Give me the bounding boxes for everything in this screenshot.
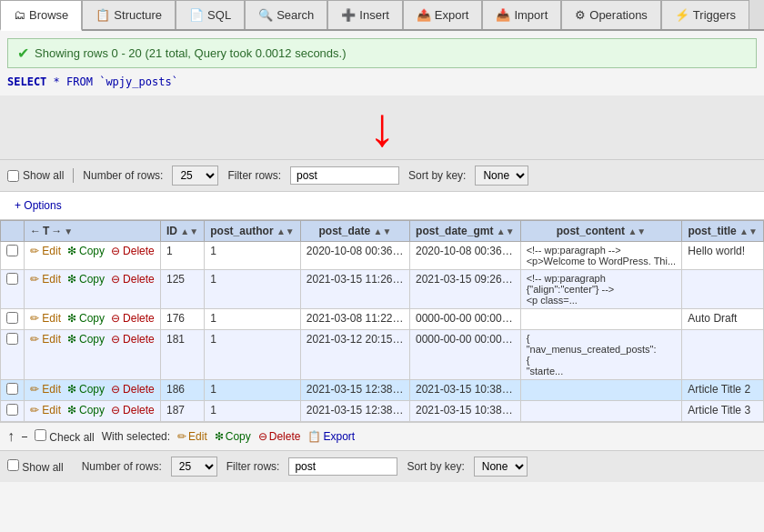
copy-button[interactable]: ❇ Copy xyxy=(67,245,105,257)
cell-post-author: 1 xyxy=(205,309,301,330)
show-all-checkbox[interactable] xyxy=(7,170,19,182)
cell-post-date_gmt: 0000-00-00 00:00:00 xyxy=(409,330,520,380)
top-controls: Show all Number of rows: 25 50 100 250 5… xyxy=(0,159,764,192)
cell-post-author: 1 xyxy=(205,242,301,270)
col-header-post-date-gmt[interactable]: post_date_gmt ▲▼ xyxy=(409,221,520,242)
row-checkbox[interactable] xyxy=(6,383,18,395)
sql-icon: 📄 xyxy=(189,8,204,22)
row-checkbox[interactable] xyxy=(6,333,18,345)
delete-button[interactable]: ⊖ Delete xyxy=(111,333,155,346)
cell-post-date: 2021-03-15 12:38:17 xyxy=(300,380,409,401)
bottom-controls: Show all Number of rows: 25 50 100 Filte… xyxy=(0,450,764,482)
triggers-icon: ⚡ xyxy=(675,8,689,22)
cell-post-date: 2021-03-15 12:38:27 xyxy=(300,401,409,422)
tab-sql[interactable]: 📄 SQL xyxy=(176,0,245,29)
with-selected-export-button[interactable]: 📋 Export xyxy=(307,430,355,443)
filter-rows-input[interactable] xyxy=(290,166,399,185)
copy-button[interactable]: ❇ Copy xyxy=(67,383,105,396)
col-header-check xyxy=(1,221,25,242)
bottom-actions: ↑ Check all With selected: ✏ Edit ❇ Copy… xyxy=(0,422,764,450)
edit-button[interactable]: ✏ Edit xyxy=(30,404,61,417)
col-header-id[interactable]: ID ▲▼ xyxy=(160,221,204,242)
with-selected-edit-button[interactable]: ✏ Edit xyxy=(177,430,207,443)
col-header-post-date[interactable]: post_date ▲▼ xyxy=(300,221,409,242)
with-selected-delete-button[interactable]: ⊖ Delete xyxy=(258,430,301,443)
insert-icon: ➕ xyxy=(341,8,356,22)
browse-icon: 🗂 xyxy=(14,8,25,22)
sort-by-select[interactable]: None xyxy=(475,166,528,186)
options-link[interactable]: + Options xyxy=(7,196,69,216)
row-actions: ✏ Edit ❇ Copy ⊖ Delete xyxy=(25,242,161,270)
tab-insert[interactable]: ➕ Insert xyxy=(327,0,403,29)
cell-post-date: 2021-03-12 20:15:18 xyxy=(300,330,409,380)
delete-button[interactable]: ⊖ Delete xyxy=(111,383,155,396)
tab-browse[interactable]: 🗂 Browse xyxy=(0,0,82,31)
delete-button[interactable]: ⊖ Delete xyxy=(111,273,155,286)
data-table: ← T → ▼ ID ▲▼ post_author ▲▼ post_date ▲… xyxy=(0,220,764,422)
nav-right-icon[interactable]: → xyxy=(51,225,62,237)
cell-id: 186 xyxy=(160,380,204,401)
col-sort-arrows[interactable]: ▼ xyxy=(64,226,73,236)
tab-triggers[interactable]: ⚡ Triggers xyxy=(661,0,749,29)
cell-id: 187 xyxy=(160,401,204,422)
row-checkbox[interactable] xyxy=(6,404,18,416)
tab-search[interactable]: 🔍 Search xyxy=(245,0,327,29)
table-row: ✏ Edit ❇ Copy ⊖ Delete 112020-10-08 00:3… xyxy=(1,242,764,270)
row-checkbox[interactable] xyxy=(6,245,18,256)
bottom-sort-by-select[interactable]: None xyxy=(474,457,528,477)
delete-button[interactable]: ⊖ Delete xyxy=(111,312,155,325)
tab-operations[interactable]: ⚙ Operations xyxy=(561,0,661,29)
cell-post-date_gmt: 0000-00-00 00:00:00 xyxy=(409,309,520,330)
export-icon: 📋 xyxy=(307,430,321,443)
cell-post-author: 1 xyxy=(205,401,301,422)
copy-button[interactable]: ❇ Copy xyxy=(67,333,105,346)
cell-post-content xyxy=(520,380,682,401)
show-all-label[interactable]: Show all xyxy=(7,169,64,182)
nav-left-icon[interactable]: ← xyxy=(30,225,41,237)
with-selected-copy-button[interactable]: ❇ Copy xyxy=(215,430,251,443)
row-checkbox[interactable] xyxy=(6,312,18,324)
cell-post-author: 1 xyxy=(205,380,301,401)
edit-button[interactable]: ✏ Edit xyxy=(30,245,61,257)
bottom-show-all-label[interactable]: Show all xyxy=(7,459,64,474)
row-actions: ✏ Edit ❇ Copy ⊖ Delete xyxy=(25,401,161,422)
check-all-checkbox[interactable] xyxy=(35,429,46,441)
col-header-nav[interactable]: ← T → ▼ xyxy=(25,221,161,242)
edit-button[interactable]: ✏ Edit xyxy=(30,312,61,325)
col-header-post-author[interactable]: post_author ▲▼ xyxy=(205,221,301,242)
cell-post-title: Article Title 3 xyxy=(682,401,764,422)
cell-post-content: { "nav_menus_created_posts": { "starte..… xyxy=(520,330,682,380)
edit-button[interactable]: ✏ Edit xyxy=(30,383,61,396)
tab-export[interactable]: 📤 Export xyxy=(403,0,483,29)
cell-post-title: Article Title 2 xyxy=(682,380,764,401)
bottom-filter-rows-input[interactable] xyxy=(288,457,397,476)
edit-button[interactable]: ✏ Edit xyxy=(30,273,61,286)
cell-post-date_gmt: 2021-03-15 09:26:39 xyxy=(409,270,520,309)
rows-per-page-select[interactable]: 25 50 100 250 500 xyxy=(172,166,218,186)
copy-button[interactable]: ❇ Copy xyxy=(67,404,105,417)
sql-display: SELECT * FROM `wpjy_posts` xyxy=(7,75,757,88)
row-checkbox-cell xyxy=(1,380,25,401)
check-all-label[interactable]: Check all xyxy=(35,429,95,444)
edit-button[interactable]: ✏ Edit xyxy=(30,333,61,346)
success-icon: ✔ xyxy=(17,45,29,62)
delete-button[interactable]: ⊖ Delete xyxy=(111,404,155,417)
cell-post-title xyxy=(682,330,764,380)
bottom-rows-per-page-select[interactable]: 25 50 100 xyxy=(171,457,217,477)
col-header-post-content[interactable]: post_content ▲▼ xyxy=(520,221,682,242)
row-checkbox[interactable] xyxy=(6,273,18,285)
copy-icon: ❇ xyxy=(215,430,224,443)
copy-button[interactable]: ❇ Copy xyxy=(67,312,105,325)
copy-button[interactable]: ❇ Copy xyxy=(67,273,105,286)
delete-button[interactable]: ⊖ Delete xyxy=(111,245,155,257)
cell-post-date_gmt: 2021-03-15 10:38:27 xyxy=(409,401,520,422)
col-header-post-title[interactable]: post_title ▲▼ xyxy=(682,221,764,242)
delete-icon: ⊖ xyxy=(258,430,267,443)
tab-import[interactable]: 📥 Import xyxy=(482,0,561,29)
bottom-show-all-checkbox[interactable] xyxy=(7,459,19,471)
filter-rows-label: Filter rows: xyxy=(227,169,281,182)
number-of-rows-label: Number of rows: xyxy=(83,169,163,182)
export-icon: 📤 xyxy=(417,8,431,22)
row-actions: ✏ Edit ❇ Copy ⊖ Delete xyxy=(25,380,161,401)
tab-structure[interactable]: 📋 Structure xyxy=(82,0,176,29)
